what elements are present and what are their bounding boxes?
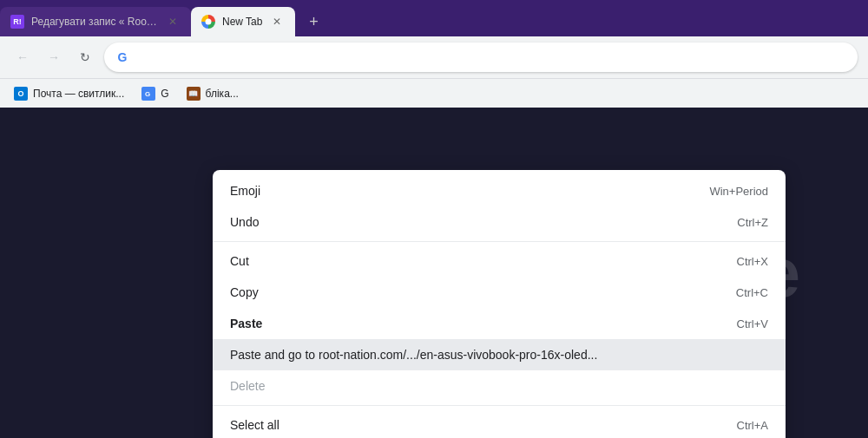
google-favicon: G xyxy=(115,49,130,65)
menu-item-emoji[interactable]: Emoji Win+Period xyxy=(213,175,786,206)
context-menu: Emoji Win+Period Undo Ctrl+Z Cut Ctrl+X … xyxy=(213,170,786,438)
new-tab-button[interactable]: + xyxy=(299,7,328,36)
bookmark-outlook[interactable]: O Почта — свитлик... xyxy=(7,83,131,104)
bookmark-icon-outlook: O xyxy=(14,87,28,101)
tab-root-nation[interactable]: R! Редагувати запис « Root Nation ✕ xyxy=(0,7,191,36)
menu-label-emoji: Emoji xyxy=(230,184,260,198)
page-content: le Emoji Win+Period Undo Ctrl+Z Cut Ctrl… xyxy=(0,108,868,438)
menu-divider-1 xyxy=(213,241,786,242)
bookmark-gdocs[interactable]: G G xyxy=(135,83,175,104)
menu-label-cut: Cut xyxy=(230,254,249,268)
tab-close-root-nation[interactable]: ✕ xyxy=(165,14,181,29)
bookmarks-bar: O Почта — свитлик... G G 📖 бліка... xyxy=(0,78,868,108)
menu-label-paste: Paste xyxy=(230,317,262,330)
menu-label-select-all: Select all xyxy=(230,418,279,432)
menu-shortcut-undo: Ctrl+Z xyxy=(737,216,768,229)
back-button[interactable]: ← xyxy=(10,45,35,69)
menu-label-undo: Undo xyxy=(230,215,259,229)
menu-shortcut-copy: Ctrl+C xyxy=(736,286,768,299)
menu-shortcut-paste: Ctrl+V xyxy=(737,317,768,330)
menu-shortcut-emoji: Win+Period xyxy=(709,185,768,198)
bookmark-icon-republika: 📖 xyxy=(187,87,201,101)
menu-item-delete[interactable]: Delete xyxy=(213,370,786,402)
menu-item-copy[interactable]: Copy Ctrl+C xyxy=(213,277,786,308)
tab-label-new-tab: New Tab xyxy=(222,16,262,28)
refresh-button[interactable]: ↻ xyxy=(73,45,97,69)
menu-label-delete: Delete xyxy=(230,379,265,393)
bookmark-label-outlook: Почта — свитлик... xyxy=(33,88,124,100)
bookmark-republika[interactable]: 📖 бліка... xyxy=(180,83,246,104)
tab-favicon-root-nation: R! xyxy=(10,15,24,29)
tab-bar: R! Редагувати запис « Root Nation ✕ New … xyxy=(0,0,868,36)
forward-button[interactable]: → xyxy=(42,45,66,69)
tab-close-new-tab[interactable]: ✕ xyxy=(269,14,285,29)
menu-label-copy: Copy xyxy=(230,285,259,299)
menu-item-paste-go[interactable]: Paste and go to root-nation.com/.../en-a… xyxy=(213,339,786,370)
menu-item-undo[interactable]: Undo Ctrl+Z xyxy=(213,206,786,238)
menu-shortcut-select-all: Ctrl+A xyxy=(737,419,768,432)
tab-favicon-chrome xyxy=(201,15,215,29)
menu-divider-2 xyxy=(213,405,786,406)
address-bar: ← → ↻ G xyxy=(0,36,868,78)
bookmark-icon-gdocs: G xyxy=(141,87,155,101)
bookmark-label-republika: бліка... xyxy=(206,88,239,100)
bookmark-label-gdocs: G xyxy=(161,88,168,100)
menu-item-select-all[interactable]: Select all Ctrl+A xyxy=(213,409,786,438)
menu-item-paste[interactable]: Paste Ctrl+V xyxy=(213,308,786,339)
menu-label-paste-go: Paste and go to root-nation.com/.../en-a… xyxy=(230,348,597,362)
browser-frame: R! Редагувати запис « Root Nation ✕ New … xyxy=(0,0,868,438)
menu-item-cut[interactable]: Cut Ctrl+X xyxy=(213,245,786,277)
tab-label-root-nation: Редагувати запис « Root Nation xyxy=(31,16,158,28)
tab-new-tab[interactable]: New Tab ✕ xyxy=(191,7,295,36)
svg-text:G: G xyxy=(145,90,150,98)
address-input-wrap[interactable]: G xyxy=(104,42,858,72)
menu-shortcut-cut: Ctrl+X xyxy=(737,255,768,268)
